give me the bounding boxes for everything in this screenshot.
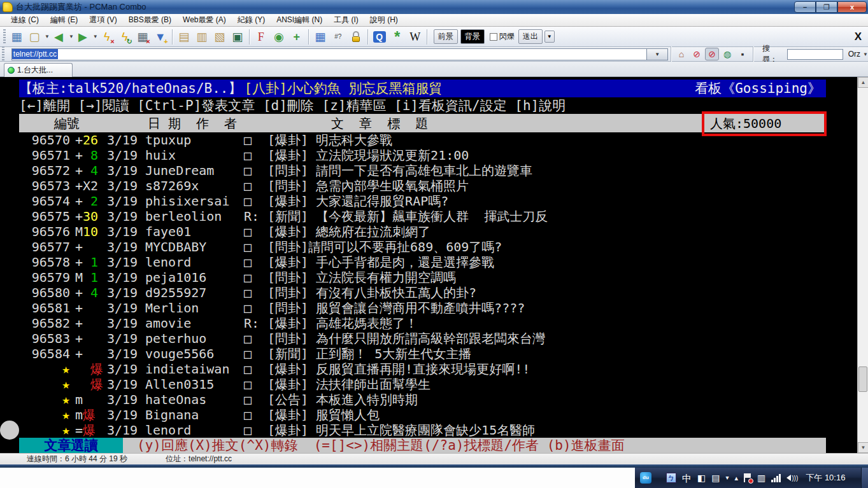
post-row[interactable]: 96576M103/19faye01□[爆卦] 總統府在拉流刺網了: [0, 224, 857, 239]
scroll-down-icon[interactable]: ▼: [858, 442, 868, 453]
minimize-button[interactable]: –: [794, 1, 816, 13]
tab-session-1[interactable]: 1.台大批...: [4, 63, 73, 77]
foreground-color-button[interactable]: 前景: [434, 29, 458, 44]
post-row[interactable]: 96579M 13/19peja1016□[問卦] 立法院長有權力開空調嗎: [0, 270, 857, 285]
post-row[interactable]: 96571+ 83/19huix□[爆卦] 立法院現場狀況更新21:00: [0, 148, 857, 163]
post-date: 3/19: [107, 270, 145, 285]
hide-sidebar-icon[interactable]: ⊘: [690, 48, 704, 60]
background-color-button[interactable]: 背景: [460, 29, 485, 44]
search-input[interactable]: [787, 49, 843, 60]
paste-icon[interactable]: ▧: [211, 29, 228, 45]
quick-launch-icon[interactable]: Q: [371, 29, 388, 45]
post-row[interactable]: 96582+3/19amovieR:[爆卦] 高雄花媽表態了！: [0, 316, 857, 331]
font-icon[interactable]: F: [253, 29, 269, 45]
search-engine-dropdown-icon[interactable]: ▼: [863, 52, 868, 57]
url-dropdown-icon[interactable]: ▼: [647, 48, 668, 60]
encoding-icon[interactable]: #?: [330, 29, 346, 45]
new-window-icon[interactable]: ▪: [736, 48, 750, 60]
post-row[interactable]: 96584+3/19vouge5566□[新聞] 正到翻！ 5大新生代女主播: [0, 346, 857, 361]
menu-item[interactable]: 選項 (V): [83, 13, 122, 27]
forward-icon[interactable]: ▶: [75, 29, 91, 45]
ime-chinese-icon[interactable]: 中: [682, 473, 692, 483]
ime-pad-icon[interactable]: ▤: [711, 473, 720, 482]
post-title: [爆卦] 反服貿直播再開!直接來現場更好啊!!: [267, 361, 857, 377]
url-input[interactable]: telnet://ptt.cc: [11, 48, 647, 60]
post-row[interactable]: 96575+303/19berleolionR:[新聞] 【今夜最新】飆車族衝人…: [0, 209, 857, 224]
wikipedia-icon[interactable]: W: [407, 29, 423, 45]
terminal-scrollbar[interactable]: ▲ ▼: [857, 77, 868, 453]
menu-item[interactable]: BBS最愛 (B): [123, 13, 177, 27]
icon-glyph: ▥: [196, 31, 207, 43]
bbs-terminal[interactable]: 【板主:talk520/hateOnas/B..】 [八卦]小心釣魚 別忘反黑箱…: [0, 77, 857, 453]
post-row[interactable]: ★ 爆3/19indietaiwan□[爆卦] 反服貿直播再開!直接來現場更好啊…: [0, 361, 857, 377]
menu-item[interactable]: 說明 (H): [364, 13, 404, 27]
post-row[interactable]: 96577+3/19MYCDBABY□[問卦]請問可以不要再扯689、609了嗎…: [0, 239, 857, 254]
ime-shape-icon[interactable]: ◧: [697, 473, 706, 482]
post-row[interactable]: ★=爆3/19lenord□[爆卦] 明天早上立院醫療團隊會缺少15名醫師: [0, 422, 857, 438]
unlock-icon[interactable]: [348, 29, 364, 45]
globe-icon[interactable]: ◍: [720, 48, 734, 60]
push-segment: +: [75, 193, 90, 209]
copy-ansi-icon[interactable]: ▥: [194, 29, 210, 45]
post-row[interactable]: 96580+ 43/19d9255927□[問卦] 有沒有八卦板快五萬人的卦?: [0, 285, 857, 300]
post-row[interactable]: 96581+3/19Merlion□[問卦] 服貿會讓台灣商用不動產噴井嗎???…: [0, 300, 857, 316]
close-toolbar-icon[interactable]: X: [855, 31, 862, 43]
menu-item[interactable]: 工具 (I): [328, 13, 364, 27]
reconnect-icon[interactable]: ϟ↻: [117, 29, 133, 45]
back-icon[interactable]: ◀: [50, 29, 67, 45]
push-segment: +: [75, 132, 83, 148]
address-bar: telnet://ptt.cc ▼ ⌂⊘⊘◍▪ 搜尋： Orz ▼: [0, 47, 868, 62]
services-icon[interactable]: *: [389, 29, 406, 45]
post-row[interactable]: 96583+3/19peterhuo□[問卦] 為什麼只開放所謂高級幹部跟老闆來…: [0, 331, 857, 346]
add-bookmark-icon[interactable]: ▼+: [152, 29, 169, 45]
scroll-up-icon[interactable]: ▲: [858, 77, 868, 88]
post-row[interactable]: 96572+ 43/19JuneDream□[問卦] 請問一下是否有高雄包車北上…: [0, 163, 857, 178]
menu-item[interactable]: 紀錄 (Y): [232, 13, 271, 27]
restore-button[interactable]: ❐: [816, 1, 837, 13]
icon-glyph: ▤: [178, 31, 189, 43]
menu-item[interactable]: 編輯 (E): [45, 13, 83, 27]
post-row[interactable]: 96573+X23/19s87269x□[問卦] 急需內部學生吸氧氣桶照片: [0, 178, 857, 193]
action-center-icon[interactable]: [744, 473, 751, 482]
copy-icon[interactable]: ▤: [176, 29, 192, 45]
post-row[interactable]: ★m3/19hateOnas□[公告] 本板進入特別時期: [0, 392, 857, 407]
menu-item[interactable]: Web最愛 (A): [177, 13, 232, 27]
show-sidebar-icon[interactable]: ⊘: [705, 48, 719, 60]
post-row[interactable]: ★m爆3/19Bignana□[爆卦] 服貿懶人包: [0, 407, 857, 422]
post-row[interactable]: 96574+ 23/19phisixersai□[爆卦] 大家還記得服貿RAP嗎…: [0, 193, 857, 209]
blink-checkbox[interactable]: [490, 33, 497, 41]
post-row[interactable]: ★ 爆3/19Allen0315□[爆卦] 法扶律師出面幫學生: [0, 377, 857, 392]
taskbar-clock[interactable]: 下午 10:16: [806, 472, 845, 484]
du-icon[interactable]: du: [640, 472, 651, 484]
settings-gear-icon[interactable]: ◉: [271, 29, 287, 45]
preview-icon[interactable]: ▣: [229, 29, 246, 45]
clipboard-icon[interactable]: ▥: [757, 473, 765, 482]
push-segment: 1: [90, 270, 98, 285]
disconnect-icon[interactable]: ϟ×: [99, 29, 115, 45]
menu-item[interactable]: 連線 (C): [5, 13, 45, 27]
show-hidden-icons-icon[interactable]: ▴: [735, 475, 739, 482]
ime-menu-icon[interactable]: ▾: [725, 475, 729, 481]
scrollbar-thumb[interactable]: [858, 366, 867, 392]
addressbar-grip[interactable]: [2, 46, 4, 62]
search-engine-selector[interactable]: Orz: [848, 50, 860, 59]
new-tab-icon[interactable]: ▢: [26, 29, 43, 45]
send-dropdown[interactable]: ▼: [544, 31, 555, 43]
dropdown-arrow-icon[interactable]: ▼: [69, 34, 74, 39]
close-session-icon[interactable]: ▦×: [134, 29, 151, 45]
show-desktop-button[interactable]: [861, 468, 868, 488]
toolbar-grip[interactable]: [3, 29, 6, 45]
fullscreen-icon[interactable]: ▦: [312, 29, 329, 45]
volume-icon[interactable]: ))): [786, 475, 798, 482]
dropdown-arrow-icon[interactable]: ▼: [93, 34, 98, 39]
menu-item[interactable]: ANSI編輯 (N): [271, 13, 328, 27]
home-icon[interactable]: ⌂: [674, 48, 688, 60]
network-icon[interactable]: [771, 474, 781, 482]
dropdown-arrow-icon[interactable]: ▼: [45, 34, 50, 39]
session-icon[interactable]: ▦: [8, 29, 25, 45]
post-row[interactable]: 96578+ 13/19lenord□[爆卦] 手心手背都是肉，還是選擇參戰: [0, 254, 857, 270]
send-button[interactable]: 送出: [518, 29, 543, 44]
resize-window-icon[interactable]: +: [288, 29, 305, 45]
ime-language-icon[interactable]: ㄅ: [666, 473, 676, 483]
close-button[interactable]: x: [837, 1, 867, 13]
